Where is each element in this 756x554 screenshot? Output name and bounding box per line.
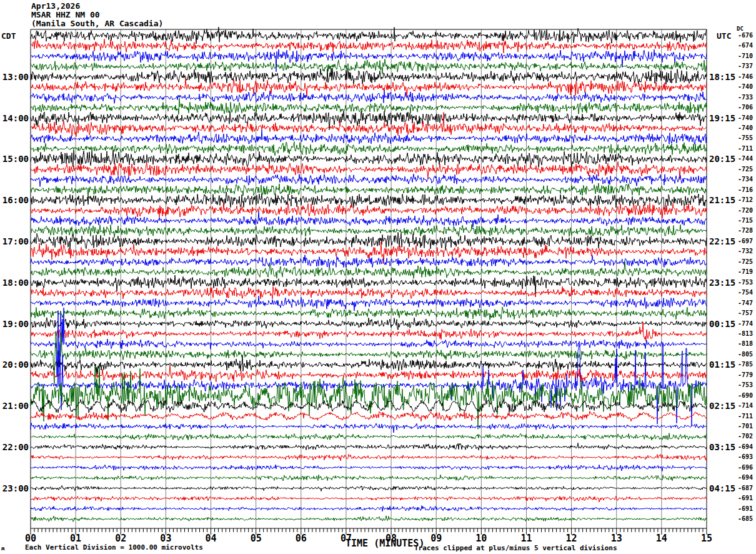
dc-offset-value: -753 [738,280,753,286]
right-utc-label: 02:15 [709,401,735,411]
dc-offset-value: -691 [738,495,753,501]
seismogram-trace-row [31,174,707,187]
seismogram-trace-row [31,224,707,238]
dc-offset-value: -701 [738,423,753,430]
left-hour-label: 19:00 [0,319,29,329]
seismogram-trace-row [31,130,707,144]
seismogram-trace-row [31,443,707,450]
x-tick-label: 02 [109,533,132,544]
x-tick-label: 12 [560,533,583,544]
seismogram-trace-row [31,142,707,156]
scale-note: Each Vertical Division = 1000.00 microvo… [25,543,203,551]
dc-offset-value: -757 [738,310,753,316]
seismogram-trace-row [31,286,707,299]
left-hour-label: 17:00 [0,236,29,246]
timezone-label-right: UTC [717,31,731,41]
dc-offset-value: -690 [738,393,753,399]
x-tick-label: 14 [650,533,673,544]
seismogram-trace-row [31,90,707,103]
dc-offset-value: -725 [738,259,753,265]
left-hour-label: 22:00 [0,442,29,452]
x-tick-label: 06 [290,533,312,544]
left-hour-label: 18:00 [0,278,29,288]
right-utc-label: 22:15 [709,236,735,246]
x-tick-label: 01 [64,533,87,544]
dc-offset-value: -754 [738,290,753,296]
seismogram-trace-row [31,211,707,227]
timezone-label-left: CDT [1,31,16,41]
dc-offset-value: -755 [738,135,753,141]
x-axis-title: TIME (MINUTES) [346,538,424,549]
dc-offset-value: -725 [738,166,753,173]
dc-offset-value: -732 [738,248,753,254]
left-hour-label: 14:00 [0,113,29,123]
dc-offset-value: -805 [738,351,753,358]
dc-offset-value: -711 [738,146,753,152]
header-station-name: (Manila South, AR Cascadia) [31,19,163,28]
right-utc-label: 01:15 [709,360,735,370]
x-tick-label: 10 [470,533,492,544]
dc-offset-value: -753 [738,382,753,388]
dc-offset-value: -785 [738,361,753,368]
seismogram-trace-row [31,203,707,219]
dc-offset-value: -693 [738,454,753,460]
seismogram-trace-row [31,39,707,53]
dc-offset-value: -697 [738,238,753,244]
seismogram-trace-row [31,322,707,341]
dc-offset-value: -714 [738,403,753,409]
left-hour-label: 13:00 [0,72,29,82]
dc-offset-value: -676 [738,33,753,39]
left-hour-label: 23:00 [0,483,29,493]
clip-note: Traces clipped at plus/minus 5 vertical … [414,544,617,552]
seismogram-trace-row [31,433,707,440]
dc-offset-value: -691 [738,506,753,512]
dc-offset-value: -694 [738,475,753,481]
seismogram-trace-row [31,516,707,522]
x-tick-label: 15 [695,533,718,544]
dc-offset-value: -734 [738,176,753,183]
seismogram-trace-row [31,496,707,502]
dc-offset-value: -728 [738,228,753,234]
right-utc-label: 00:15 [709,319,735,329]
dc-offset-value: -716 [738,187,753,193]
right-utc-label: 23:15 [709,278,735,288]
dc-offset-value: -737 [738,63,753,69]
dc-offset-value: -818 [738,341,753,347]
right-utc-label: 03:15 [709,442,735,452]
header-date: Apr13,2026 [31,2,80,11]
seismogram-trace-row [31,355,707,375]
right-utc-label: 21:15 [709,195,735,205]
x-tick-label: 05 [245,533,267,544]
x-tick-label: 03 [154,533,177,544]
seismogram-trace-row [31,183,707,198]
seismogram-trace-row [31,411,707,421]
seismogram-trace-row [31,68,707,84]
x-tick-label: 09 [425,533,447,544]
right-utc-label: 19:15 [709,113,735,123]
dc-offset-value: -715 [738,218,753,224]
seismogram-trace-row [31,365,707,382]
x-tick-label: 04 [200,533,222,544]
x-tick-label: 00 [19,533,42,544]
dc-offset-value: -687 [738,485,753,491]
seismogram-trace-row [31,486,707,491]
dc-offset-value: -746 [738,74,753,80]
dc-offset-value: -740 [738,115,753,121]
dc-offset-value: -702 [738,433,753,440]
dc-offset-value: -710 [738,53,753,59]
waveform-mark-icon: ʍ [1,545,4,551]
dc-column-header: DC [737,26,744,32]
dc-offset-value: -696 [738,465,753,471]
seismogram-trace-row [31,59,707,74]
dc-offset-value: -694 [738,444,753,450]
header-station-id: MSAR HHZ NM 00 [31,11,100,19]
dc-offset-value: -711 [738,413,753,420]
dc-offset-value: -706 [738,104,753,111]
right-utc-label: 04:15 [709,483,735,493]
helicorder-page: Apr13,2026 MSAR HHZ NM 00 (Manila South,… [0,0,756,554]
left-hour-label: 16:00 [0,195,29,205]
left-hour-label: 21:00 [0,401,29,411]
left-hour-label: 15:00 [0,154,29,164]
dc-offset-value: -740 [738,84,753,90]
dc-offset-value: -719 [738,269,753,275]
